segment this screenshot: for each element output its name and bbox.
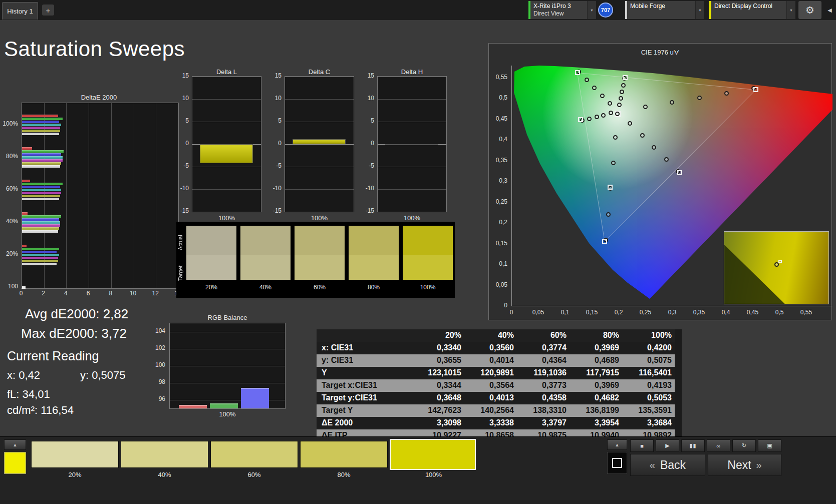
y-tick-label: 0 [268, 140, 282, 147]
table-header-cell: 80% [570, 329, 622, 342]
scroll-up-left-button[interactable]: ▲ [4, 439, 26, 450]
y-tick-label: 15 [361, 72, 374, 79]
saturation-level-label: 60% [210, 471, 298, 478]
pattern-window-button[interactable] [607, 452, 627, 474]
loop-button[interactable]: ∞ [707, 439, 730, 452]
stop-button[interactable]: ■ [630, 439, 654, 452]
next-button[interactable]: Next » [708, 454, 781, 476]
current-y-reading: y: 0,5075 [80, 369, 126, 382]
cie-y-axis: 00,050,10,150,20,250,30,350,40,450,50,55 [489, 44, 509, 321]
deltae-bar [22, 227, 59, 230]
cie-measured-point [600, 94, 605, 98]
x-tick-label: 0,35 [689, 309, 709, 316]
table-row: Target x:CIE310,33440,35640,37730,39690,… [317, 379, 675, 392]
x-tick-label: 8 [104, 290, 118, 297]
y-tick-label: 20% [1, 250, 18, 257]
y-tick-label: 0,15 [489, 240, 507, 247]
y-tick-label: 40% [1, 218, 18, 225]
deltae-bar [22, 162, 61, 165]
deltae-bar [22, 257, 58, 259]
table-cell: 123,1015 [412, 367, 464, 379]
next-chevrons-icon: » [756, 459, 762, 471]
chevron-down-icon[interactable]: ▼ [587, 1, 596, 19]
x-tick-label: 0,2 [609, 309, 629, 316]
cie-target-point [753, 87, 758, 92]
deltae-bar [22, 133, 59, 135]
table-cell: 0,3969 [570, 342, 622, 354]
cie-measured-point [611, 161, 616, 165]
deltae-bar [22, 224, 60, 227]
cie-measured-point [664, 157, 669, 162]
table-cell: 116,5401 [622, 367, 675, 379]
y-tick-label: -15 [361, 207, 374, 214]
delta-c-title: Delta C [285, 68, 354, 76]
cie-diagram [511, 66, 832, 306]
play-button[interactable]: ▶ [656, 439, 679, 452]
collapse-panel-button[interactable]: ◀ [823, 1, 836, 19]
delta-c-chart [285, 76, 354, 212]
saturation-level-button-100%[interactable] [390, 439, 476, 470]
cie-measured-point [613, 135, 618, 140]
y-tick-label: -15 [268, 207, 282, 214]
saturation-level-button-40%[interactable] [121, 441, 208, 468]
gridline [378, 189, 446, 190]
add-tab-button[interactable]: + [42, 5, 54, 16]
display-control-name: Direct Display Control [714, 3, 783, 10]
gridline [378, 122, 446, 122]
saturation-level-button-60%[interactable] [210, 441, 298, 468]
deltae-bar [22, 150, 64, 153]
y-tick-label: 100 [1, 283, 18, 290]
table-row-label: Target x:CIE31 [317, 379, 412, 392]
meter-count-badge[interactable]: 707 [598, 3, 613, 18]
table-cell: 0,4682 [570, 392, 622, 404]
y-tick-label: 0,35 [489, 157, 507, 164]
max-de2000-reading: Max dE2000: 3,72 [21, 326, 127, 341]
delta-l-chart [192, 76, 261, 212]
pause-button[interactable]: ▮▮ [681, 439, 705, 452]
y-tick-label: 60% [1, 185, 18, 192]
delta-c-x-label: 100% [285, 214, 354, 222]
meter-mode: Direct View [533, 10, 584, 18]
settings-button[interactable]: ⚙ [798, 1, 821, 19]
y-tick-label: -10 [176, 185, 189, 192]
y-tick-label: 96 [149, 395, 165, 402]
table-cell: 0,3344 [412, 379, 464, 392]
scroll-up-right-button[interactable]: ▲ [607, 439, 627, 450]
y-tick-label: 104 [149, 327, 165, 334]
source-dropdown[interactable]: Mobile Forge ▼ [625, 1, 704, 19]
table-cell: 117,7915 [570, 367, 622, 379]
back-button[interactable]: « Back [630, 454, 705, 476]
deltae-bar [22, 183, 63, 185]
chevron-down-icon[interactable]: ▼ [786, 1, 795, 19]
page-title: Saturation Sweeps [4, 37, 185, 61]
table-row-label: y: CIE31 [317, 354, 412, 367]
cie-target-point [602, 239, 607, 244]
screen-button[interactable]: ▣ [758, 439, 781, 452]
x-tick-label: 0,45 [743, 309, 763, 316]
chevron-down-icon[interactable]: ▼ [695, 1, 704, 19]
gridline [89, 103, 89, 288]
deltae-bar [22, 286, 26, 289]
gridline [156, 103, 156, 288]
saturation-level-button-80%[interactable] [300, 441, 388, 468]
next-label: Next [727, 458, 751, 472]
y-tick-label: 0,55 [489, 74, 507, 81]
delta-bar [385, 144, 438, 145]
top-bar: History 1 + X-Rite i1Pro 3 Direct View ▼… [0, 0, 836, 20]
tab-history-1[interactable]: History 1 [2, 2, 38, 20]
deltae-bar [22, 127, 60, 129]
saturation-level-button-20%[interactable] [31, 441, 119, 468]
table-cell: 0,3774 [517, 342, 570, 354]
y-tick-label: 5 [361, 117, 374, 124]
y-tick-label: 0,2 [489, 219, 507, 226]
delta-h-title: Delta H [377, 68, 447, 76]
display-control-dropdown[interactable]: Direct Display Control ▼ [709, 1, 795, 19]
cie-zoom-inset [724, 231, 829, 304]
y-tick-label: 0,25 [489, 198, 507, 205]
gridline [378, 77, 446, 77]
table-header-cell: 100% [622, 329, 675, 342]
meter-dropdown[interactable]: X-Rite i1Pro 3 Direct View ▼ [528, 1, 596, 19]
gridline [285, 99, 354, 100]
cie-measured-point [606, 212, 611, 217]
refresh-button[interactable]: ↻ [732, 439, 756, 452]
